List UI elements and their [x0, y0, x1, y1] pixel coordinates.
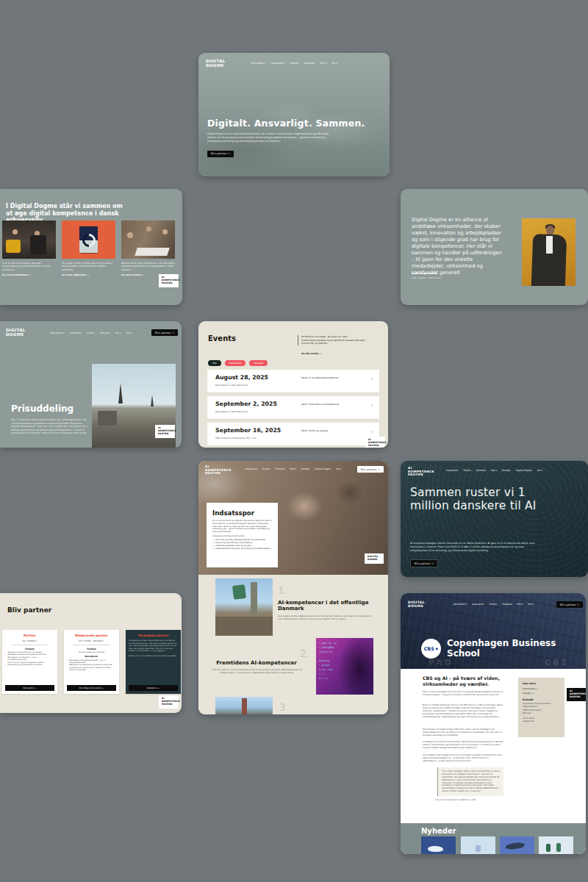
- nav-kontakt[interactable]: Kontakt: [301, 467, 309, 470]
- nav-om[interactable]: Om ▾: [491, 469, 497, 472]
- nav-language[interactable]: DA ▾: [537, 469, 542, 472]
- nav-aktiviteter[interactable]: Aktiviteter ▾: [251, 62, 266, 65]
- item-title[interactable]: AI-kompetencer i det offentlige Danmark: [278, 600, 369, 612]
- tier-text-2: Kontakt os for en drøftelse af partnersk…: [129, 655, 178, 658]
- nav-om[interactable]: Om ▾: [320, 62, 326, 65]
- article-paragraph: Som deltager i AI-pagten bringer CBS den…: [423, 728, 503, 737]
- alliance-card-publications[interactable]: Få indsigt i viden og erfaringer om, hvo…: [62, 220, 115, 276]
- nav-inspiration[interactable]: Inspiration: [69, 331, 82, 334]
- nav-events[interactable]: Events: [490, 603, 497, 606]
- benefit: Samme fordele som partnere: [67, 651, 116, 653]
- contact-email[interactable]: cbs@cbs.dk: [523, 720, 560, 723]
- event-row[interactable]: September 16, 2025 CBS Conference Strand…: [207, 423, 379, 445]
- tier-cta-button[interactable]: Bliv partner →: [5, 685, 54, 691]
- events-title: Events: [208, 334, 236, 343]
- nav-events[interactable]: Events: [87, 331, 95, 334]
- filter-netvaerk[interactable]: Netværk: [249, 360, 268, 366]
- event-row[interactable]: August 28, 2025 Strandgade 3, 1401 Køben…: [207, 370, 379, 392]
- tier-cta-button[interactable]: Bliv rådgivende partner →: [67, 685, 116, 691]
- nav-inspiration[interactable]: Inspiration: [271, 62, 285, 65]
- nav-partnere[interactable]: Partnere: [502, 603, 512, 606]
- tier-title: Strategisk partner: [129, 634, 178, 637]
- nav-aktiviteter[interactable]: Aktiviteter ▾: [453, 603, 467, 606]
- website-link[interactable]: Hjemmeside →: [523, 687, 560, 690]
- nav-events[interactable]: Events: [463, 469, 470, 472]
- nav-language[interactable]: DA ▾: [331, 62, 337, 65]
- home-hero-screenshot: DIGITAL DOGME Aktiviteter ▾ Inspiration …: [198, 53, 390, 176]
- main-nav: Aktiviteter ▾ Inspiration Events Partner…: [198, 62, 390, 65]
- nav-inspiration[interactable]: Inspiration: [446, 469, 458, 472]
- alliance-card-members[interactable]: Vi er en del af en alliance, der øger ny…: [2, 220, 56, 276]
- event-venue: Strandgade 3, 1401 København: [215, 384, 248, 387]
- bliv-partner-button[interactable]: Bliv partner →: [556, 601, 583, 608]
- event-filters: Alle Konference Netværk: [208, 360, 268, 366]
- publications-link[interactable]: Se vores udgivelser →: [62, 273, 115, 276]
- tier-benefits: Adgang til alle konferencer og netværk D…: [5, 651, 54, 667]
- bliv-partner-button[interactable]: Bliv partner →: [207, 151, 234, 157]
- see-all-events-link[interactable]: Se alle events →: [301, 352, 321, 355]
- contact-heading: Kontakt: [523, 698, 560, 701]
- cbs-quote-author: – Anne Bech, prodekan for uddannelse, CB…: [434, 799, 476, 801]
- filter-alle[interactable]: Alle: [208, 360, 221, 366]
- news-thumbnail[interactable]: [421, 836, 456, 854]
- nav-events[interactable]: Events: [262, 467, 270, 470]
- article-heading: CBS og AI – på tværs af viden, virksomhe…: [423, 675, 503, 687]
- bliv-partner-button[interactable]: Bliv partner →: [410, 559, 438, 567]
- card-intro-2: Indsatserne omfatter blandt andet:: [212, 535, 272, 537]
- building-letters: PAD: [429, 658, 453, 667]
- nav-language[interactable]: DA ▾: [337, 467, 342, 470]
- event-row[interactable]: September 2, 2025 Strandgade 3, 1401 Køb…: [207, 396, 379, 419]
- screenshot-collage: DIGITAL DOGME Aktiviteter ▾ Inspiration …: [0, 0, 588, 882]
- event-date: September 16, 2025: [215, 427, 281, 434]
- nav-language[interactable]: DA ▾: [528, 603, 533, 606]
- card-title: Indsatsspor: [212, 509, 272, 517]
- nav-partnere[interactable]: Partnere: [275, 467, 284, 470]
- nav-kontakt[interactable]: Kontakt: [502, 469, 511, 472]
- members-link[interactable]: Se vores medlemmer →: [2, 273, 56, 276]
- nav-digital-dogme[interactable]: Digital Dogme: [516, 469, 532, 472]
- card-intro: For at sikre et bredt og målrettet opkva…: [212, 520, 272, 534]
- tier-section: Fordele: [5, 648, 54, 650]
- alliance-card-events[interactable]: Mød en del af vores medlemmer, når fremt…: [121, 220, 175, 276]
- event-topic: Panel: Fremtidens AI-kompetencer: [301, 403, 340, 406]
- article-paragraph: CBS er en del af AI-pagten for at fremme…: [423, 691, 503, 697]
- news-thumbnail[interactable]: [500, 836, 534, 854]
- quote-text: Digital Dogme er en alliance af ambitiøs…: [412, 217, 506, 276]
- news-thumbnail[interactable]: [539, 836, 573, 854]
- hero-title: Digitalt. Ansvarligt. Sammen.: [207, 118, 381, 129]
- chevron-right-icon[interactable]: ›: [371, 429, 373, 434]
- card-text: Mød en del af vores medlemmer, når fremt…: [121, 262, 175, 271]
- nav-aktiviteter[interactable]: Aktiviteter ▾: [50, 331, 64, 334]
- news-thumbnail[interactable]: [461, 836, 495, 854]
- bliv-partner-button[interactable]: Bliv partner →: [357, 466, 384, 473]
- tier-cta-button[interactable]: Kontakt os →: [129, 685, 178, 691]
- aerial-harbor-photo: [198, 53, 390, 176]
- linkedin-link[interactable]: LinkedIn →: [523, 692, 560, 695]
- nav-partnere[interactable]: Partnere: [304, 62, 315, 65]
- bliv-partner-screenshot: Bliv partner Partner Pris: 30.000 kr. Fo…: [0, 593, 182, 713]
- nav-om[interactable]: Om ▾: [290, 467, 295, 470]
- nav-inspiration[interactable]: Inspiration: [245, 467, 257, 470]
- nav-language[interactable]: DA ▾: [126, 331, 132, 334]
- item-title[interactable]: Fremtidens AI-kompetencer: [201, 660, 312, 666]
- cbs-quote: ”Vi er stolte af pagten, fordi vi som un…: [437, 767, 503, 796]
- filter-konference[interactable]: Konference: [225, 360, 246, 366]
- tier-title: Partner: [5, 634, 54, 637]
- tier-partner: Partner Pris: 30.000 kr. Fordele Adgang …: [2, 630, 57, 694]
- indsatsspor-card: Indsatsspor For at sikre et bredt og mål…: [207, 503, 278, 567]
- page-title: Bliv partner: [7, 606, 51, 614]
- nav-partnere[interactable]: Partnere: [100, 331, 110, 334]
- hero-block: Digitalt. Ansvarligt. Sammen. Digital Do…: [207, 118, 381, 157]
- networking-photo: [121, 220, 175, 259]
- bliv-partner-button[interactable]: Bliv partner →: [151, 329, 178, 336]
- report-cover-image: [62, 220, 115, 259]
- nav-events[interactable]: Events: [290, 62, 299, 65]
- chevron-right-icon[interactable]: ›: [371, 403, 373, 407]
- nav-om[interactable]: Om ▾: [115, 331, 121, 334]
- nav-inspiration[interactable]: Inspiration: [472, 603, 484, 606]
- nav-partnere[interactable]: Partnere: [476, 469, 486, 472]
- nav-digital-dogme[interactable]: Digital Dogme: [315, 467, 331, 470]
- nav-om[interactable]: Om ▾: [517, 603, 523, 606]
- chevron-right-icon[interactable]: ›: [371, 376, 373, 381]
- benefit: Politisk indflydelse: [67, 669, 116, 671]
